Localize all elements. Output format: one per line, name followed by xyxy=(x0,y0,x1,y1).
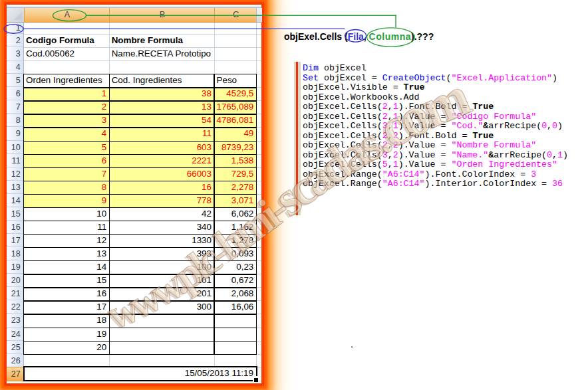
svg-text:www.plc-hmi-scadas.com: www.plc-hmi-scadas.com xyxy=(101,64,478,338)
